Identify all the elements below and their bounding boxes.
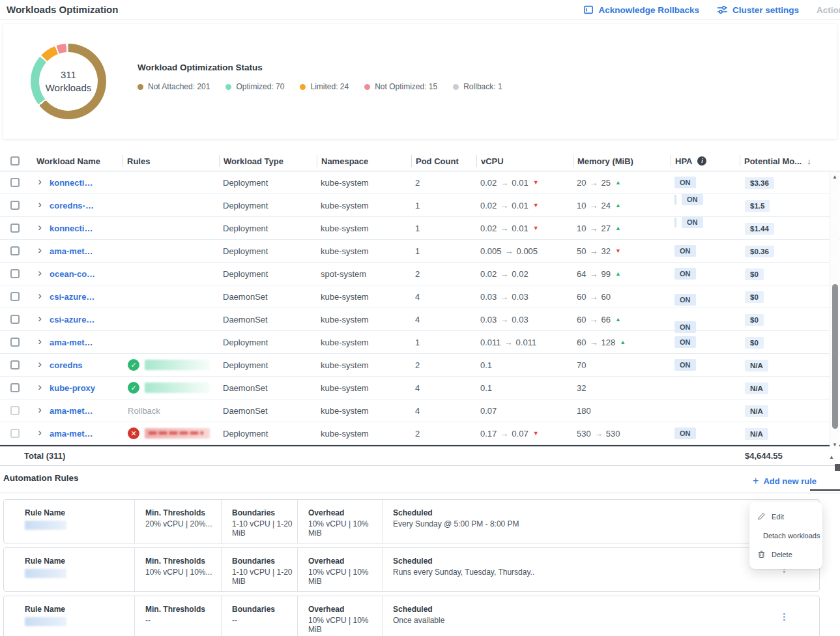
lower-scrollbar-up-arrow-icon[interactable]: ▲ <box>829 454 834 460</box>
table-row[interactable]: › kube-proxy ✓ DaemonSet kube-system 4 0… <box>0 377 840 399</box>
table-row[interactable]: › konnecti… Deployment kube-system 1 0.0… <box>0 217 840 240</box>
workload-name-link[interactable]: ama-met… <box>50 406 93 416</box>
row-checkbox[interactable] <box>10 292 20 301</box>
row-expand-chevron-icon[interactable]: › <box>30 381 50 396</box>
column-header-namespace[interactable]: Namespace <box>317 155 411 167</box>
workload-name-link[interactable]: coredns <box>50 360 83 370</box>
hpa-cell: ON <box>671 359 740 371</box>
rules-cell: Rollback <box>123 406 219 416</box>
vcpu-cell: 0.02→0.01▼ <box>476 178 573 188</box>
namespace: kube-system <box>317 383 411 393</box>
boundaries-label: Boundaries <box>232 508 297 517</box>
trend-down-icon: ▼ <box>533 202 539 209</box>
add-new-rule-button[interactable]: + Add new rule <box>753 476 817 486</box>
table-row[interactable]: › csi-azure… DaemonSet kube-system 4 0.0… <box>0 285 840 308</box>
hpa-badge: ON <box>674 427 696 439</box>
row-expand-chevron-icon[interactable]: › <box>30 244 50 259</box>
column-header-workload-type[interactable]: Workload Type <box>219 155 317 167</box>
row-checkbox[interactable] <box>10 383 20 392</box>
table-row[interactable]: › ocean-co… Deployment spot-system 2 0.0… <box>0 263 840 285</box>
column-header-vcpu[interactable]: vCPU <box>476 155 573 167</box>
namespace: kube-system <box>317 178 411 188</box>
table-row[interactable]: › ama-met… ✕ Deployment kube-system 2 0.… <box>0 422 840 445</box>
column-header-rules[interactable]: Rules <box>123 155 219 167</box>
workload-name-link[interactable]: konnecti… <box>50 178 93 188</box>
workload-name-link[interactable]: csi-azure… <box>50 292 94 302</box>
table-row[interactable]: › coredns ✓ Deployment kube-system 2 0.1… <box>0 354 840 377</box>
table-row[interactable]: › ama-met… Rollback DaemonSet kube-syste… <box>0 399 840 422</box>
row-expand-chevron-icon[interactable]: › <box>30 312 50 327</box>
workload-name-link[interactable]: csi-azure… <box>50 315 94 325</box>
context-menu-delete[interactable]: Delete <box>749 545 822 564</box>
scrollbar-down-arrow-icon[interactable]: ▼ <box>832 442 837 448</box>
rule-kebab-menu-icon[interactable]: ⋮ <box>779 612 789 622</box>
hpa-badge: ON <box>674 294 696 306</box>
row-checkbox[interactable] <box>10 224 20 233</box>
namespace: spot-system <box>317 269 411 279</box>
scheduled-value: Runs every Sunday, Tuesday, Thursday.. <box>393 568 819 577</box>
row-checkbox[interactable] <box>10 338 20 347</box>
table-row[interactable]: › csi-azure… DaemonSet kube-system 4 0.0… <box>0 308 840 331</box>
table-row[interactable]: › ama-met… Deployment kube-system 1 0.00… <box>0 240 840 263</box>
arrow-right-icon: → <box>500 224 508 233</box>
sort-desc-icon[interactable]: ↓ <box>807 156 811 166</box>
namespace: kube-system <box>317 292 411 302</box>
context-menu-detach-workloads[interactable]: Detach workloads <box>749 526 822 545</box>
potential-cell: N/A <box>740 360 840 370</box>
table-row[interactable]: › ama-met… Deployment kube-system 1 0.01… <box>0 331 840 354</box>
workload-name-link[interactable]: coredns-… <box>50 201 94 210</box>
redacted-rule-name <box>145 428 210 439</box>
row-expand-chevron-icon[interactable]: › <box>30 221 50 236</box>
column-header-memory[interactable]: Memory (MiB) <box>573 155 671 167</box>
scrollbar-up-arrow-icon[interactable]: ▲ <box>832 174 837 180</box>
context-menu-edit[interactable]: Edit <box>749 507 822 526</box>
row-expand-chevron-icon[interactable]: › <box>30 289 50 304</box>
workload-name-link[interactable]: konnecti… <box>50 224 93 233</box>
column-header-pod-count[interactable]: Pod Count <box>411 155 476 167</box>
vcpu-cell: 0.02→0.01▼ <box>476 224 573 233</box>
scrollbar-thumb[interactable] <box>832 284 838 429</box>
row-expand-chevron-icon[interactable]: › <box>30 267 50 282</box>
acknowledge-rollbacks-button[interactable]: Acknowledge Rollbacks <box>583 5 699 15</box>
workload-name-link[interactable]: kube-proxy <box>50 383 95 393</box>
rules-cell: ✓ <box>123 382 219 394</box>
select-all-checkbox[interactable] <box>10 156 20 166</box>
row-checkbox[interactable] <box>10 201 20 210</box>
trend-up-icon: ▲ <box>615 270 621 277</box>
row-checkbox[interactable] <box>10 429 20 438</box>
workload-name-link[interactable]: ocean-co… <box>50 269 95 279</box>
hpa-badge: ON <box>674 336 696 348</box>
automation-rule-card: Rule Name Min. Thresholds -- Boundaries … <box>3 596 820 636</box>
row-checkbox[interactable] <box>10 269 20 278</box>
row-checkbox[interactable] <box>10 315 20 324</box>
row-expand-chevron-icon[interactable]: › <box>30 175 50 190</box>
column-header-potential[interactable]: Potential Mo... ↓ <box>740 155 840 167</box>
rule-name-label: Rule Name <box>25 556 134 566</box>
row-expand-chevron-icon[interactable]: › <box>30 426 50 441</box>
column-header-hpa[interactable]: HPA i <box>671 155 740 167</box>
cluster-settings-button[interactable]: Cluster settings <box>717 5 799 15</box>
column-header-workload-name[interactable]: Workload Name <box>30 155 123 167</box>
rule-attached-icon: ✓ <box>128 359 139 371</box>
info-icon[interactable]: i <box>697 156 706 166</box>
action-button[interactable]: Action <box>817 5 840 15</box>
workload-name-link[interactable]: ama-met… <box>50 429 93 439</box>
row-expand-chevron-icon[interactable]: › <box>30 403 50 418</box>
row-checkbox[interactable] <box>10 178 20 187</box>
workload-name-link[interactable]: ama-met… <box>50 246 93 256</box>
row-checkbox[interactable] <box>10 406 20 415</box>
lower-scrollbar-thumb[interactable] <box>835 464 840 471</box>
table-vertical-scrollbar[interactable]: ▲ ▼ <box>830 172 839 450</box>
row-checkbox[interactable] <box>10 246 20 255</box>
table-row[interactable]: › konnecti… Deployment kube-system 2 0.0… <box>0 171 840 194</box>
row-checkbox[interactable] <box>10 360 20 369</box>
workload-name-link[interactable]: ama-met… <box>50 338 93 347</box>
row-expand-chevron-icon[interactable]: › <box>30 358 50 373</box>
memory-cell: 64→99▲ <box>573 269 671 279</box>
namespace: kube-system <box>317 406 411 416</box>
row-expand-chevron-icon[interactable]: › <box>30 198 50 213</box>
table-row[interactable]: › coredns-… Deployment kube-system 1 0.0… <box>0 194 840 217</box>
arrow-right-icon: → <box>500 292 508 302</box>
row-expand-chevron-icon[interactable]: › <box>30 335 50 350</box>
arrow-right-icon: → <box>500 201 508 210</box>
